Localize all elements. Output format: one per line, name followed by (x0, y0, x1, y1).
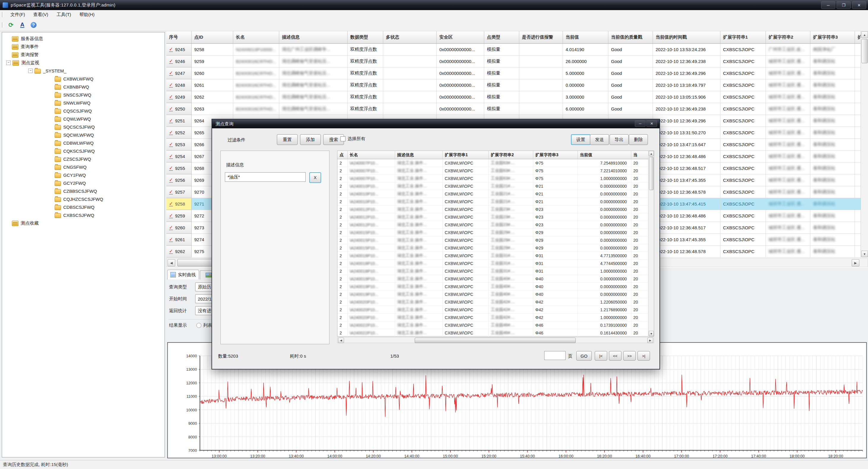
delete-button[interactable]: 删除 (629, 134, 648, 145)
tree-item-CDBWLWFWQ[interactable]: CDBWLWFWQ (2, 139, 164, 147)
dialog-table-row[interactable]: 2\A240010P10...湖北工业.操作...CXBWLW\OPC工业园21… (337, 182, 654, 190)
tree-item-CQKSCSJFWQ[interactable]: CQKSCSJFWQ (2, 147, 164, 155)
column-header-长名[interactable]: 长名 (233, 31, 279, 44)
tree-item-CXBSCSJFWQ[interactable]: CXBSCSJFWQ (2, 211, 164, 219)
tree-item-CNGSFWQ[interactable]: CNGSFWQ (2, 163, 164, 171)
column-header-扩展字符串2[interactable]: 扩展字符串2 (766, 31, 810, 44)
add-button[interactable]: 添加 (300, 134, 321, 145)
tree-item-GCY1FWQ[interactable]: GCY1FWQ (2, 171, 164, 179)
scroll-right-icon[interactable]: ▶ (852, 259, 859, 267)
dialog-table-row[interactable]: 2\A240018P10...湖北工业.操作...CXBWLW\OPC工业园31… (337, 252, 654, 259)
dialog-close-button[interactable]: ✕ (646, 120, 657, 127)
column-header-多状态[interactable]: 多状态 (383, 31, 437, 44)
tree-item-SQCWLWFWQ[interactable]: SQCWLWFWQ (2, 131, 164, 139)
dialog-table-row[interactable]: 2\A240010P10...湖北工业.操作...CXBWLW\OPC工业园21… (337, 190, 654, 198)
tree-expander-icon[interactable]: − (6, 61, 11, 65)
dialog-scroll-up-icon[interactable]: ▲ (649, 151, 654, 156)
maximize-button[interactable]: ❐ (837, 1, 851, 9)
desc-filter-input[interactable] (225, 172, 306, 182)
dialog-scroll-right-icon[interactable]: ▶ (647, 338, 653, 343)
scroll-down-icon[interactable]: ▼ (861, 251, 868, 257)
list-radio[interactable] (196, 323, 202, 328)
table-row[interactable]: ✓92489261B24X0016CRTHO...湖北调峰输气管道站压...双精… (166, 79, 868, 91)
table-vertical-scrollbar[interactable]: ▲ ▼ (861, 31, 868, 257)
send-button[interactable]: 发送 (590, 134, 609, 145)
dialog-column-header-描述信息[interactable]: 描述信息 (395, 151, 443, 159)
column-header-当前值的质量戳[interactable]: 当前值的质量戳 (608, 31, 653, 44)
go-button[interactable]: GO (576, 351, 592, 361)
next-page-button[interactable]: >> (623, 351, 636, 361)
tree-item-CQJHZCSCSJFWQ[interactable]: CQJHZCSCSJFWQ (2, 195, 164, 203)
dialog-table-row[interactable]: 2\A240015P10...湖北工业.操作...CXBWLW\OPC工业园29… (337, 229, 654, 237)
dialog-table-row[interactable]: 2\A240010P10...湖北工业.操作...CXBWLW\OPC工业园21… (337, 198, 654, 206)
tree-item-查询事件[interactable]: 查询事件 (2, 43, 164, 51)
table-row[interactable]: ✓92459258N24X6013P10000...湖北广州工业区调峰争...双… (166, 44, 868, 56)
table-row[interactable]: ✓92499262B24X0016CRTHO...湖北调峰输气管道站压...双精… (166, 91, 868, 103)
table-row[interactable]: ✓92509263B24X0016CRTHO...湖北调峰输气管道站压...双精… (166, 103, 868, 115)
tree-item-测点收藏[interactable]: 测点收藏 (2, 219, 164, 227)
tree-item-CDBSCSJFWQ[interactable]: CDBSCSJFWQ (2, 203, 164, 211)
tree-item-CZSCSJFWQ[interactable]: CZSCSJFWQ (2, 155, 164, 163)
dialog-vertical-scrollbar[interactable]: ▲ ▼ (648, 151, 654, 336)
dialog-column-header-扩展字符串3[interactable]: 扩展字符串3 (533, 151, 578, 159)
select-all-checkbox[interactable] (340, 136, 345, 142)
settings-button[interactable]: 设置 (571, 134, 591, 145)
tree-item-_SYSTEM_[interactable]: −_SYSTEM_ (2, 67, 164, 75)
dialog-table-row[interactable]: 2\A240015P10...湖北工业.操作...CXBWLW\OPC工业园29… (337, 244, 654, 252)
tree-item-CQWLWFWQ[interactable]: CQWLWFWQ (2, 115, 164, 123)
column-header-当前值[interactable]: 当前值 (563, 31, 608, 44)
tree-item-SQCSCSJFWQ[interactable]: SQCSCSJFWQ (2, 123, 164, 131)
minimize-button[interactable]: ─ (821, 1, 835, 9)
column-header-安全区[interactable]: 安全区 (437, 31, 484, 44)
page-input[interactable] (544, 351, 566, 360)
column-header-扩[interactable]: 扩 (855, 31, 861, 44)
dialog-table-row[interactable]: 2\A240015P10...湖北工业.操作...CXBWLW\OPC工业园29… (337, 237, 654, 244)
dialog-column-header-当前值[interactable]: 当前值 (578, 151, 631, 159)
dialog-minimize-button[interactable]: ─ (635, 120, 646, 127)
dialog-table-row[interactable]: 2\A240007P10...湖北工业.操作...CXBWLW\OPC工业园63… (337, 175, 654, 182)
reset-button[interactable]: 重置 (277, 134, 298, 145)
menu-file[interactable]: 文件(F) (6, 11, 29, 19)
export-button[interactable]: 导出 (610, 134, 628, 145)
tree-item-查询报警[interactable]: 查询报警 (2, 51, 164, 59)
dialog-column-header-扩展字符串2[interactable]: 扩展字符串2 (489, 151, 533, 159)
help-button[interactable]: ? (29, 21, 38, 29)
dialog-table-row[interactable]: 2\A240012P10...湖北工业.操作...CXBWLW\OPC工业园23… (337, 221, 654, 229)
tree-item-SNWLWFWQ[interactable]: SNWLWFWQ (2, 99, 164, 107)
tree-item-服务器信息[interactable]: 服务器信息 (2, 35, 164, 43)
dialog-column-header-扩展字符串1[interactable]: 扩展字符串1 (443, 151, 489, 159)
tree-item-CXBWLWFWQ[interactable]: CXBWLWFWQ (2, 75, 164, 83)
column-header-扩展字符串3[interactable]: 扩展字符串3 (810, 31, 855, 44)
column-header-点类型[interactable]: 点类型 (484, 31, 519, 44)
column-header-数据类型[interactable]: 数据类型 (347, 31, 383, 44)
tree-item-GCY2FWQ[interactable]: GCY2FWQ (2, 179, 164, 187)
tree-item-CQSCSJFWQ[interactable]: CQSCSJFWQ (2, 107, 164, 115)
tab-realtime-curve[interactable]: 实时曲线 (167, 270, 199, 280)
dialog-column-header-点[interactable]: 点 (337, 151, 347, 159)
scroll-up-icon[interactable]: ▲ (861, 31, 868, 38)
column-header-当前值的时间戳[interactable]: 当前值的时间戳 (653, 31, 720, 44)
dialog-scroll-down-icon[interactable]: ▼ (649, 331, 654, 336)
dialog-table-row[interactable]: 2\A240007P10...湖北工业.操作...CXBWLW\OPC工业园63… (337, 159, 654, 167)
dialog-hscroll-thumb[interactable] (415, 338, 576, 343)
dialog-table-row[interactable]: 2\A240018P10...湖北工业.操作...CXBWLW\OPC工业园31… (337, 259, 654, 267)
dialog-table-row[interactable]: 2\A240020P10...湖北工业.操作...CXBWLW\OPC工业园42… (337, 306, 654, 314)
dialog-scroll-left-icon[interactable]: ◀ (338, 338, 344, 343)
dialog-table-row[interactable]: 2\A240022P10...湖北工业.操作...CXBWLW\OPC工业园46… (337, 321, 654, 329)
dialog-table-row[interactable]: 2\A240019P10...湖北工业.操作...CXBWLW\OPC工业园40… (337, 290, 654, 298)
dialog-table-row[interactable]: 2\A240007P10...湖北工业.操作...CXBWLW\OPC工业园63… (337, 167, 654, 175)
menu-view[interactable]: 查看(V) (29, 11, 52, 19)
menu-tools[interactable]: 工具(T) (52, 11, 75, 19)
dialog-table-row[interactable]: 2\A240012P10...湖北工业.操作...CXBWLW\OPC工业园23… (337, 213, 654, 221)
dialog-table-row[interactable]: 2\A240022P10...湖北工业.操作...CXBWLW\OPC工业园46… (337, 329, 654, 337)
tree-expander-icon[interactable]: − (28, 69, 33, 73)
table-row[interactable]: ✓92469259B24X0016CRTHO...湖北调峰输气管道站压...双精… (166, 56, 868, 67)
tree-item-CZBBSCSJFWQ[interactable]: CZBBSCSJFWQ (2, 187, 164, 195)
menu-help[interactable]: 帮助(H) (75, 11, 99, 19)
dialog-column-header-长名[interactable]: 长名 (347, 151, 395, 159)
close-button[interactable]: ✕ (852, 1, 866, 9)
dialog-vscroll-thumb[interactable] (649, 157, 653, 190)
dialog-table-row[interactable]: 2\A240019P10...湖北工业.操作...CXBWLW\OPC工业园40… (337, 283, 654, 290)
column-header-扩展字符串1[interactable]: 扩展字符串1 (720, 31, 766, 44)
clear-filter-button[interactable]: X (309, 172, 321, 183)
